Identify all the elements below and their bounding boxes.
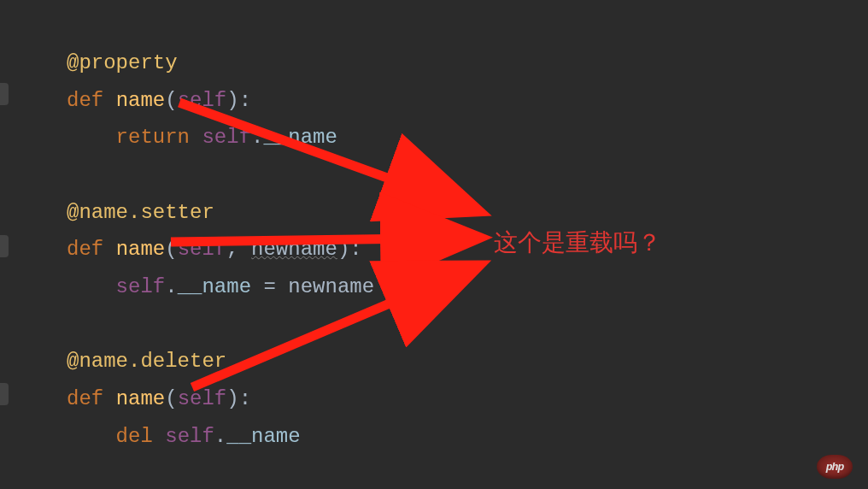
function-name-token: name	[116, 89, 166, 112]
self-token: self	[165, 425, 214, 448]
paren-token: ):	[337, 238, 362, 261]
code-line: def name(self):	[67, 82, 374, 120]
function-name-token: name	[116, 387, 166, 410]
watermark: php	[817, 455, 858, 479]
code-line: del self.__name	[67, 418, 374, 456]
self-token: self	[116, 275, 166, 298]
paren-token: ):	[226, 387, 251, 410]
decorator-token: @name.deleter	[67, 350, 226, 373]
punct-token: .	[214, 425, 226, 448]
keyword-token: return	[116, 126, 190, 149]
punct-token: =	[251, 275, 288, 298]
code-editor: @property def name(self): return self.__…	[67, 44, 374, 455]
decorator-token: @name.setter	[67, 201, 214, 224]
gutter-marker	[0, 235, 9, 257]
member-token: __name	[263, 126, 337, 149]
blank-line	[67, 306, 374, 344]
paren-token: (	[165, 387, 177, 410]
keyword-token: del	[116, 425, 153, 448]
self-token: self	[178, 238, 227, 261]
self-token: self	[178, 387, 227, 410]
member-token: __name	[178, 275, 251, 298]
paren-token: (	[165, 89, 177, 112]
code-line: def name(self, newname):	[67, 231, 374, 268]
keyword-token: def	[67, 89, 103, 112]
paren-token: ):	[226, 89, 251, 112]
param-token: newname	[251, 238, 337, 261]
code-line: @name.setter	[67, 194, 374, 232]
keyword-token: def	[67, 387, 103, 410]
function-name-token: name	[116, 238, 166, 261]
code-line: @property	[67, 44, 374, 82]
code-line: def name(self):	[67, 380, 374, 418]
gutter-marker	[0, 83, 9, 105]
decorator-token: @property	[67, 51, 178, 74]
code-line: @name.deleter	[67, 343, 374, 380]
code-line: return self.__name	[67, 119, 374, 156]
punct-token: ,	[226, 238, 251, 261]
member-token: __name	[226, 425, 300, 448]
paren-token: (	[165, 238, 177, 261]
self-token: self	[178, 89, 227, 112]
code-line: self.__name = newname	[67, 268, 374, 306]
punct-token: .	[165, 275, 177, 298]
self-token: self	[202, 126, 251, 149]
annotation-text: 这个是重载吗？	[494, 227, 661, 259]
identifier-token: newname	[288, 275, 374, 298]
punct-token: .	[251, 126, 263, 149]
blank-line	[67, 156, 374, 194]
keyword-token: def	[67, 238, 103, 261]
gutter-marker	[0, 383, 9, 405]
php-logo-icon: php	[817, 455, 853, 479]
